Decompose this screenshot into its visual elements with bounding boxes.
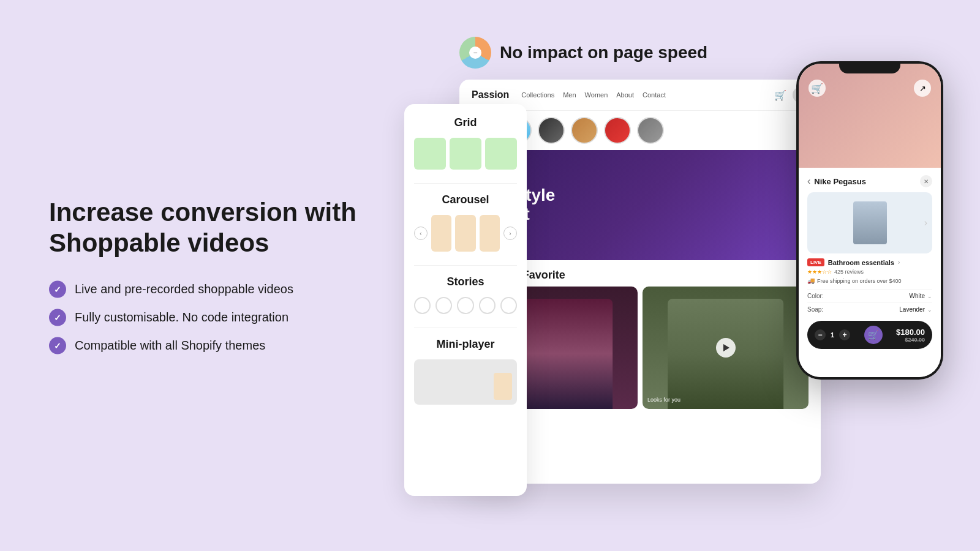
shipping-text: 🚚 Free shipping on orders over $400 [807,277,932,284]
video-label-2: Looks for you [647,397,680,403]
check-icon-2 [49,309,66,326]
carousel-cell-1 [431,215,451,252]
story-dot-3[interactable] [457,297,473,314]
add-to-cart-button[interactable]: − 1 + 🛒 $180.00 $240.00 [807,321,932,349]
story-dot-4[interactable] [479,297,496,314]
product-image [853,201,887,244]
divider-1 [414,183,517,184]
grid-cell-2 [450,138,481,170]
soap-value: Lavender [899,306,925,313]
mini-player-section: Mini-player [414,338,517,405]
carousel-cell-2 [455,215,475,252]
features-list: Live and pre-recorded shoppable videos F… [49,280,380,354]
stories-title: Stories [414,276,517,288]
grid-cell-1 [414,138,446,170]
speed-icon-inner: − [469,47,481,59]
phone-hero-area: 🛒 ↗ [799,64,941,168]
product-sheet: ‹ Nike Pegasus ✕ › LIVE Bathroom essenti… [799,168,941,377]
carousel-section: Carousel ‹ › [414,193,517,252]
story-circle-6[interactable] [637,117,664,144]
carousel-prev[interactable]: ‹ [414,227,428,240]
phone-screen: 🛒 ↗ ‹ Nike Pegasus ✕ › L [799,64,941,377]
feature-item-2: Fully customisable. No code integration [49,309,380,326]
mini-player-thumb [494,373,512,400]
cart-icon-nav[interactable]: 🛒 [774,89,786,101]
widget-panel: Grid Carousel ‹ › Stories Mini-player [404,104,527,496]
price-display: $180.00 $240.00 [896,328,925,343]
check-icon-1 [49,280,66,298]
nav-men[interactable]: Men [563,91,576,99]
stories-preview [414,297,517,314]
check-icon-3 [49,337,66,354]
left-section: Increase conversion with Shoppable video… [49,197,380,354]
mini-player-title: Mini-player [414,338,517,351]
speed-badge: − No impact on page speed [459,37,707,69]
phone-content: 🛒 ↗ ‹ Nike Pegasus ✕ › L [799,64,941,377]
phone-notch [839,61,900,73]
cart-btn-icon: 🛒 [864,326,883,344]
store-logo: Passion [472,89,509,100]
play-button-2[interactable] [716,338,736,358]
qty-plus[interactable]: + [839,329,850,340]
brand-name: Bathroom essentials [828,259,894,266]
soap-label: Soap: [807,306,823,313]
carousel-next[interactable]: › [503,227,517,240]
carousel-preview: ‹ › [414,215,517,252]
nav-women[interactable]: Women [585,91,608,99]
product-image-area: › [807,192,932,253]
nav-about[interactable]: About [616,91,634,99]
phone-share-icon[interactable]: ↗ [914,80,931,97]
soap-arrow: ⌄ [927,307,932,313]
story-dot-5[interactable] [500,297,517,314]
grid-cell-3 [485,138,517,170]
main-heading: Increase conversion with Shoppable video… [49,197,380,259]
store-nav-items: Collections Men Women About Contact [521,91,762,99]
price-main: $180.00 [896,328,925,337]
feature-text-2: Fully customisable. No code integration [75,310,288,324]
product-img-nav[interactable]: › [924,217,927,228]
phone-top-bar: 🛒 ↗ [809,80,931,97]
product-sheet-title: Nike Pegasus [814,177,866,186]
story-circle-3[interactable] [538,117,565,144]
speed-badge-text: No impact on page speed [500,43,707,62]
carousel-title: Carousel [414,193,517,206]
rating-row: ★★★☆☆ 425 reviews [807,269,932,275]
grid-title: Grid [414,116,517,129]
play-triangle-2 [723,344,729,351]
shipping-icon: 🚚 [807,277,815,284]
feature-item-1: Live and pre-recorded shoppable videos [49,280,380,298]
carousel-cell-3 [480,215,500,252]
soap-value-group: Lavender ⌄ [899,306,932,313]
color-option-row[interactable]: Color: White ⌄ [807,289,932,302]
story-dot-1[interactable] [414,297,431,314]
story-dot-2[interactable] [435,297,452,314]
nav-collections[interactable]: Collections [521,91,554,99]
story-circle-5[interactable] [604,117,631,144]
phone-cart-icon[interactable]: 🛒 [809,80,826,97]
divider-2 [414,265,517,266]
story-circle-4[interactable] [571,117,598,144]
grid-section: Grid [414,116,517,170]
color-arrow: ⌄ [927,293,932,299]
product-brand-row: LIVE Bathroom essentials › [807,258,932,266]
product-sheet-header: ‹ Nike Pegasus ✕ [807,175,932,187]
product-back-btn[interactable]: ‹ [807,176,810,187]
nav-contact[interactable]: Contact [643,91,666,99]
feature-text-1: Live and pre-recorded shoppable videos [75,282,293,296]
color-label: Color: [807,293,824,299]
feature-item-3: Compatible with all Shopify themes [49,337,380,354]
mobile-phone: 🛒 ↗ ‹ Nike Pegasus ✕ › L [796,61,943,380]
grid-preview [414,138,517,170]
qty-minus[interactable]: − [815,329,826,340]
qty-value: 1 [831,331,834,339]
feature-text-3: Compatible with all Shopify themes [75,339,265,353]
rating-stars: ★★★☆☆ [807,269,832,275]
rating-count: 425 reviews [834,269,864,275]
product-close-btn[interactable]: ✕ [920,175,932,187]
price-original: $240.00 [905,337,925,343]
soap-option-row[interactable]: Soap: Lavender ⌄ [807,302,932,316]
mini-player-preview [414,359,517,405]
video-card-2[interactable]: Looks for you [643,287,809,409]
brand-live-badge: LIVE [807,258,824,266]
brand-arrow: › [898,259,900,266]
